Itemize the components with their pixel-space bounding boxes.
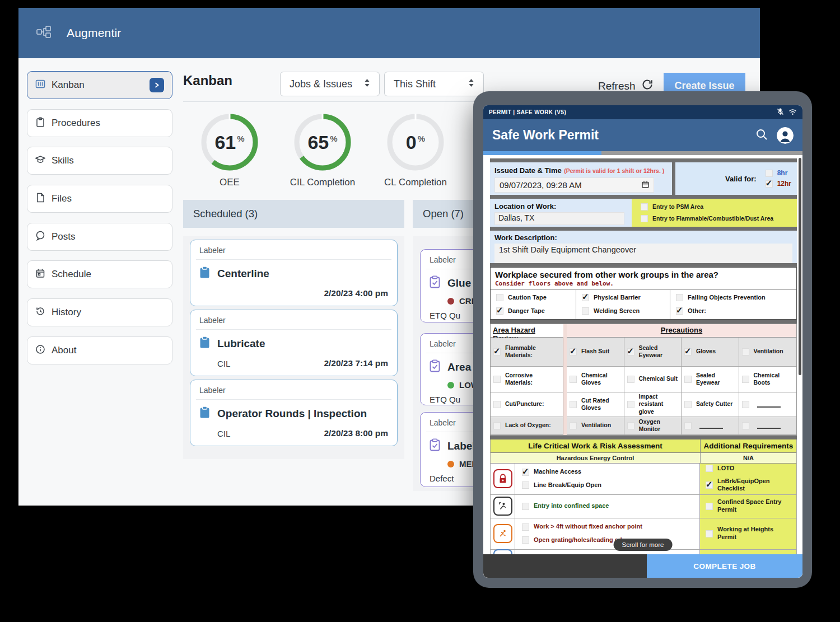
physical-barrier-option[interactable]: Physical Barrier [582, 294, 664, 302]
chemical-suit-checkbox[interactable] [627, 376, 634, 383]
safety-cutter-option[interactable]: Safety Cutter [684, 400, 732, 408]
oxygen-monitor-option[interactable]: Oxygen Monitor [627, 418, 679, 433]
sidebar-item-history[interactable]: History [27, 298, 172, 326]
impact-glove-option[interactable]: Impact resistant glove [627, 393, 679, 415]
danger-tape-option[interactable]: Danger Tape [496, 307, 570, 315]
job-card-operator-rounds[interactable]: Labeler Operator Rounds | Inspection CIL… [190, 380, 398, 446]
lnbrk-checklist-checkbox[interactable] [706, 481, 713, 489]
safety-cutter-checkbox[interactable] [684, 401, 692, 408]
chemical-boots-checkbox[interactable] [742, 376, 749, 383]
blank-option[interactable] [742, 422, 781, 429]
chemical-gloves-checkbox[interactable] [570, 376, 577, 383]
job-card-lubricate[interactable]: Labeler Lubricate CIL2/20/23 7:14 pm [190, 310, 398, 376]
lack-oxygen-checkbox[interactable] [493, 422, 501, 429]
line-break-checkbox[interactable] [522, 481, 529, 489]
impact-glove-checkbox[interactable] [627, 401, 634, 408]
scope-dropdown[interactable]: Jobs & Issues [280, 72, 380, 96]
entry-flammable-option[interactable]: Entry to Flammable/Combustible/Dust Area [641, 215, 797, 222]
cut-puncture-checkbox[interactable] [493, 401, 501, 408]
blank-write-in-line[interactable] [699, 423, 723, 429]
work-description-input[interactable]: 1st Shift Daily Equipment Changeover [494, 244, 792, 264]
flash-suit-checkbox[interactable] [570, 348, 577, 356]
search-icon[interactable] [755, 128, 768, 143]
chemical-suit-option[interactable]: Chemical Suit [627, 375, 678, 382]
sealed-eyewear-option[interactable]: Sealed Eyewear [627, 344, 679, 359]
issued-date-input[interactable]: 09/07/2023, 09:28 AM [494, 177, 654, 193]
valid-12hr-checkbox[interactable] [766, 180, 773, 188]
other-option[interactable]: Other: [676, 307, 791, 315]
confined-permit-option[interactable]: Confined Space Entry Permit [706, 498, 791, 514]
physical-barrier-checkbox[interactable] [582, 294, 589, 301]
falling-objects-option[interactable]: Falling Objects Prevention [676, 294, 791, 302]
valid-8hr-option[interactable]: 8hr [766, 169, 791, 177]
calendar-picker-icon[interactable] [642, 180, 649, 190]
valid-8hr-checkbox[interactable] [766, 170, 773, 177]
blank-write-in-line[interactable] [757, 401, 781, 408]
flash-suit-option[interactable]: Flash Suit [570, 348, 609, 355]
sealed-eyewear2-option[interactable]: Sealed Eyewear [684, 372, 736, 386]
cut-puncture-option[interactable]: Cut/Puncture: [493, 400, 544, 408]
blank-checkbox[interactable] [742, 401, 749, 408]
danger-tape-checkbox[interactable] [496, 307, 503, 315]
blank-checkbox[interactable] [684, 422, 692, 429]
user-avatar[interactable] [777, 127, 794, 144]
chemical-gloves-option[interactable]: Chemical Gloves [570, 372, 621, 386]
loto-checkbox[interactable] [706, 465, 713, 472]
sidebar-item-skills[interactable]: Skills [27, 147, 172, 175]
welding-screen-checkbox[interactable] [582, 307, 589, 315]
blank-write-in-line[interactable] [757, 423, 781, 429]
corrosive-option[interactable]: Corrosive Materials: [493, 372, 560, 386]
work-above-4ft-option[interactable]: Work > 4ft without fixed anchor point [522, 523, 693, 531]
caution-tape-checkbox[interactable] [496, 294, 503, 301]
ventilation2-checkbox[interactable] [570, 422, 577, 429]
gloves-checkbox[interactable] [684, 348, 692, 356]
flammable-option[interactable]: Flammable Materials: [493, 344, 560, 359]
sidebar-item-about[interactable]: About [27, 336, 172, 364]
gloves-option[interactable]: Gloves [684, 348, 716, 355]
complete-job-button[interactable]: COMPLETE JOB [647, 554, 802, 578]
caution-tape-option[interactable]: Caution Tape [496, 294, 570, 302]
ventilation2-option[interactable]: Ventilation [570, 422, 611, 429]
shift-dropdown[interactable]: This Shift [384, 72, 484, 96]
entry-psm-option[interactable]: Entry to PSM Area [641, 203, 797, 211]
ventilation-checkbox[interactable] [742, 348, 749, 356]
corrosive-checkbox[interactable] [493, 376, 501, 383]
heights-permit-checkbox[interactable] [706, 530, 713, 537]
cut-rated-gloves-checkbox[interactable] [570, 401, 577, 408]
blank-checkbox[interactable] [742, 422, 749, 429]
other-checkbox[interactable] [676, 307, 683, 315]
machine-access-option[interactable]: Machine Access [522, 468, 693, 476]
location-input[interactable]: Dallas, TX [494, 212, 624, 225]
welding-screen-option[interactable]: Welding Screen [582, 307, 664, 315]
cut-rated-gloves-option[interactable]: Cut Rated Gloves [570, 397, 621, 411]
flammable-checkbox[interactable] [493, 348, 501, 356]
confined-space-checkbox[interactable] [522, 503, 529, 510]
machine-access-checkbox[interactable] [522, 469, 529, 476]
sidebar-item-schedule[interactable]: Schedule [27, 260, 172, 288]
entry-flammable-checkbox[interactable] [641, 215, 648, 222]
work-above-4ft-checkbox[interactable] [522, 523, 529, 531]
heights-permit-option[interactable]: Working at Heights Permit [706, 526, 791, 541]
lack-oxygen-option[interactable]: Lack of Oxygen: [493, 422, 551, 429]
job-card-centerline[interactable]: Labeler Centerline 2/20/23 4:00 pm [190, 240, 398, 306]
sealed-eyewear2-checkbox[interactable] [684, 376, 692, 383]
scrollbar-thumb[interactable] [799, 158, 801, 375]
valid-12hr-option[interactable]: 12hr [766, 180, 791, 188]
sidebar-item-files[interactable]: Files [27, 185, 172, 213]
sidebar-item-posts[interactable]: Posts [27, 223, 172, 251]
sealed-eyewear-checkbox[interactable] [627, 348, 634, 356]
lnbrk-checklist-option[interactable]: LnBrk/EquipOpen Checklist [706, 478, 791, 493]
confined-space-option[interactable]: Entry into confined space [522, 502, 693, 510]
blank-option[interactable] [684, 422, 723, 429]
line-break-option[interactable]: Line Break/Equip Open [522, 481, 693, 489]
chemical-boots-option[interactable]: Chemical Boots [742, 372, 794, 386]
confined-permit-checkbox[interactable] [706, 503, 713, 510]
entry-psm-checkbox[interactable] [641, 203, 648, 211]
blank-option[interactable] [742, 401, 781, 408]
loto-option[interactable]: LOTO [706, 465, 791, 473]
falling-objects-checkbox[interactable] [676, 294, 683, 301]
ventilation-option[interactable]: Ventilation [742, 348, 783, 355]
sidebar-item-procedures[interactable]: Procedures [27, 109, 172, 137]
open-grating-checkbox[interactable] [522, 536, 529, 544]
org-hierarchy-icon[interactable] [36, 26, 51, 40]
